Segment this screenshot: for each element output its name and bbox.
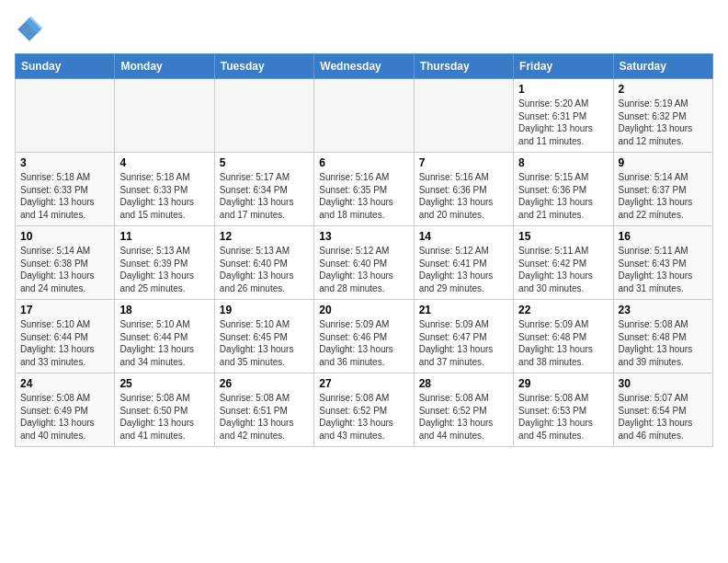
calendar-cell: 17Sunrise: 5:10 AM Sunset: 6:44 PM Dayli…	[16, 300, 115, 373]
day-info: Sunrise: 5:09 AM Sunset: 6:46 PM Dayligh…	[319, 318, 408, 368]
day-number: 16	[619, 230, 708, 243]
day-number: 14	[419, 230, 508, 243]
day-number: 3	[20, 156, 109, 169]
calendar-cell: 15Sunrise: 5:11 AM Sunset: 6:42 PM Dayli…	[514, 226, 613, 300]
day-info: Sunrise: 5:20 AM Sunset: 6:31 PM Dayligh…	[518, 98, 608, 147]
day-info: Sunrise: 5:10 AM Sunset: 6:44 PM Dayligh…	[20, 318, 109, 368]
day-number: 6	[319, 156, 408, 169]
calendar-cell: 3Sunrise: 5:18 AM Sunset: 6:33 PM Daylig…	[16, 153, 115, 226]
day-info: Sunrise: 5:13 AM Sunset: 6:39 PM Dayligh…	[119, 245, 209, 294]
day-info: Sunrise: 5:19 AM Sunset: 6:32 PM Dayligh…	[619, 98, 708, 147]
calendar-cell: 6Sunrise: 5:16 AM Sunset: 6:35 PM Daylig…	[314, 153, 414, 226]
day-number: 7	[419, 156, 508, 169]
calendar-cell: 16Sunrise: 5:11 AM Sunset: 6:43 PM Dayli…	[613, 226, 712, 300]
calendar-header-saturday: Saturday	[613, 54, 712, 79]
calendar-cell: 18Sunrise: 5:10 AM Sunset: 6:44 PM Dayli…	[115, 300, 214, 373]
calendar-cell: 8Sunrise: 5:15 AM Sunset: 6:36 PM Daylig…	[514, 153, 613, 226]
calendar-cell: 4Sunrise: 5:18 AM Sunset: 6:33 PM Daylig…	[115, 153, 214, 226]
day-info: Sunrise: 5:08 AM Sunset: 6:48 PM Dayligh…	[619, 318, 708, 368]
calendar-cell: 9Sunrise: 5:14 AM Sunset: 6:37 PM Daylig…	[613, 153, 712, 226]
day-number: 30	[619, 377, 708, 390]
day-info: Sunrise: 5:14 AM Sunset: 6:38 PM Dayligh…	[20, 245, 109, 294]
day-info: Sunrise: 5:11 AM Sunset: 6:42 PM Dayligh…	[518, 245, 608, 294]
calendar-cell: 30Sunrise: 5:07 AM Sunset: 6:54 PM Dayli…	[613, 373, 712, 447]
day-number: 24	[20, 377, 109, 390]
day-info: Sunrise: 5:18 AM Sunset: 6:33 PM Dayligh…	[119, 171, 209, 221]
calendar-body: 1Sunrise: 5:20 AM Sunset: 6:31 PM Daylig…	[16, 79, 713, 447]
calendar-cell: 27Sunrise: 5:08 AM Sunset: 6:52 PM Dayli…	[314, 373, 414, 447]
calendar-header-sunday: Sunday	[16, 54, 115, 79]
calendar-week-5: 24Sunrise: 5:08 AM Sunset: 6:49 PM Dayli…	[16, 373, 713, 447]
day-number: 15	[518, 230, 608, 243]
day-info: Sunrise: 5:10 AM Sunset: 6:45 PM Dayligh…	[220, 318, 309, 368]
day-info: Sunrise: 5:18 AM Sunset: 6:33 PM Dayligh…	[20, 171, 109, 221]
calendar-cell: 21Sunrise: 5:09 AM Sunset: 6:47 PM Dayli…	[414, 300, 513, 373]
calendar-header-row: SundayMondayTuesdayWednesdayThursdayFrid…	[16, 54, 713, 79]
day-info: Sunrise: 5:16 AM Sunset: 6:36 PM Dayligh…	[419, 171, 508, 221]
day-info: Sunrise: 5:15 AM Sunset: 6:36 PM Dayligh…	[518, 171, 608, 221]
day-number: 20	[319, 304, 408, 316]
day-info: Sunrise: 5:10 AM Sunset: 6:44 PM Dayligh…	[119, 318, 209, 368]
calendar-cell: 2Sunrise: 5:19 AM Sunset: 6:32 PM Daylig…	[613, 79, 712, 153]
calendar-cell: 26Sunrise: 5:08 AM Sunset: 6:51 PM Dayli…	[214, 373, 313, 447]
day-number: 11	[119, 230, 209, 243]
day-info: Sunrise: 5:11 AM Sunset: 6:43 PM Dayligh…	[619, 245, 708, 294]
calendar-cell: 10Sunrise: 5:14 AM Sunset: 6:38 PM Dayli…	[16, 226, 115, 300]
calendar-header-friday: Friday	[514, 54, 613, 79]
day-number: 8	[518, 156, 608, 169]
day-number: 25	[119, 377, 209, 390]
calendar-cell: 29Sunrise: 5:08 AM Sunset: 6:53 PM Dayli…	[514, 373, 613, 447]
calendar-week-4: 17Sunrise: 5:10 AM Sunset: 6:44 PM Dayli…	[16, 300, 713, 373]
day-info: Sunrise: 5:08 AM Sunset: 6:52 PM Dayligh…	[419, 392, 508, 442]
day-number: 4	[119, 156, 209, 169]
calendar-header-thursday: Thursday	[414, 54, 513, 79]
day-number: 5	[220, 156, 309, 169]
day-number: 19	[220, 304, 309, 316]
calendar-cell	[115, 79, 214, 153]
calendar-cell	[414, 79, 513, 153]
calendar-header-wednesday: Wednesday	[314, 54, 414, 79]
day-number: 21	[419, 304, 508, 316]
day-info: Sunrise: 5:08 AM Sunset: 6:53 PM Dayligh…	[518, 392, 608, 442]
day-info: Sunrise: 5:09 AM Sunset: 6:48 PM Dayligh…	[518, 318, 608, 368]
day-number: 10	[20, 230, 109, 243]
calendar-cell: 1Sunrise: 5:20 AM Sunset: 6:31 PM Daylig…	[514, 79, 613, 153]
calendar-cell: 11Sunrise: 5:13 AM Sunset: 6:39 PM Dayli…	[115, 226, 214, 300]
day-info: Sunrise: 5:14 AM Sunset: 6:37 PM Dayligh…	[619, 171, 708, 221]
calendar-cell: 14Sunrise: 5:12 AM Sunset: 6:41 PM Dayli…	[414, 226, 513, 300]
calendar-cell: 7Sunrise: 5:16 AM Sunset: 6:36 PM Daylig…	[414, 153, 513, 226]
day-number: 1	[518, 83, 608, 96]
day-number: 29	[518, 377, 608, 390]
calendar-header-tuesday: Tuesday	[214, 54, 313, 79]
calendar-cell: 28Sunrise: 5:08 AM Sunset: 6:52 PM Dayli…	[414, 373, 513, 447]
day-info: Sunrise: 5:07 AM Sunset: 6:54 PM Dayligh…	[619, 392, 708, 442]
calendar-cell: 24Sunrise: 5:08 AM Sunset: 6:49 PM Dayli…	[16, 373, 115, 447]
calendar-table: SundayMondayTuesdayWednesdayThursdayFrid…	[15, 53, 713, 447]
calendar-week-1: 1Sunrise: 5:20 AM Sunset: 6:31 PM Daylig…	[16, 79, 713, 153]
calendar-cell: 19Sunrise: 5:10 AM Sunset: 6:45 PM Dayli…	[214, 300, 313, 373]
calendar-cell: 12Sunrise: 5:13 AM Sunset: 6:40 PM Dayli…	[214, 226, 313, 300]
calendar-cell	[214, 79, 313, 153]
calendar-header-monday: Monday	[115, 54, 214, 79]
calendar-cell: 5Sunrise: 5:17 AM Sunset: 6:34 PM Daylig…	[214, 153, 313, 226]
calendar-cell	[314, 79, 414, 153]
calendar-cell: 22Sunrise: 5:09 AM Sunset: 6:48 PM Dayli…	[514, 300, 613, 373]
day-number: 26	[220, 377, 309, 390]
day-info: Sunrise: 5:12 AM Sunset: 6:41 PM Dayligh…	[419, 245, 508, 294]
calendar-week-3: 10Sunrise: 5:14 AM Sunset: 6:38 PM Dayli…	[16, 226, 713, 300]
calendar-week-2: 3Sunrise: 5:18 AM Sunset: 6:33 PM Daylig…	[16, 153, 713, 226]
day-info: Sunrise: 5:16 AM Sunset: 6:35 PM Dayligh…	[319, 171, 408, 221]
day-info: Sunrise: 5:08 AM Sunset: 6:50 PM Dayligh…	[119, 392, 209, 442]
day-number: 17	[20, 304, 109, 316]
calendar-cell: 13Sunrise: 5:12 AM Sunset: 6:40 PM Dayli…	[314, 226, 414, 300]
day-number: 2	[619, 83, 708, 96]
day-info: Sunrise: 5:12 AM Sunset: 6:40 PM Dayligh…	[319, 245, 408, 294]
logo	[15, 15, 48, 44]
day-number: 13	[319, 230, 408, 243]
day-number: 23	[619, 304, 708, 316]
day-info: Sunrise: 5:08 AM Sunset: 6:51 PM Dayligh…	[220, 392, 309, 442]
day-info: Sunrise: 5:17 AM Sunset: 6:34 PM Dayligh…	[220, 171, 309, 221]
day-number: 12	[220, 230, 309, 243]
day-number: 22	[518, 304, 608, 316]
day-info: Sunrise: 5:08 AM Sunset: 6:49 PM Dayligh…	[20, 392, 109, 442]
